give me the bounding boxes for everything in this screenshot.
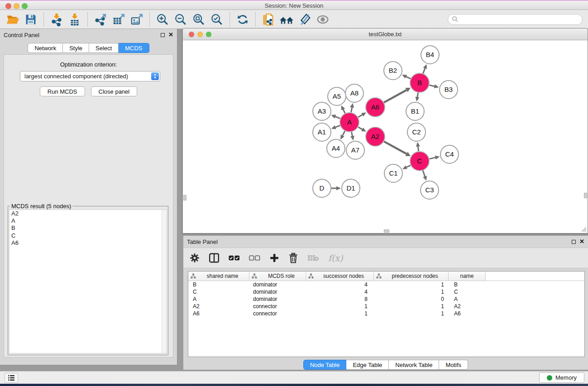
mcds-result-item[interactable]: A6 xyxy=(10,239,167,247)
zoom-fit-button[interactable] xyxy=(190,12,208,27)
column-header-successor-nodes[interactable]: successor nodes xyxy=(306,272,374,281)
table-settings-button[interactable] xyxy=(190,253,200,263)
graph-node-D1[interactable]: D1 xyxy=(342,179,360,197)
graph-node-A6[interactable]: A6 xyxy=(366,98,385,117)
node-table[interactable]: shared nameMCDS rolesuccessor nodesprede… xyxy=(188,271,585,357)
table-cell[interactable]: 4 xyxy=(306,289,374,295)
graph-edge-C-C1[interactable] xyxy=(402,165,411,169)
deselect-all-button[interactable] xyxy=(249,255,260,261)
search-input[interactable] xyxy=(459,16,582,23)
graph-node-C[interactable]: C xyxy=(410,152,429,171)
graph-node-A[interactable]: A xyxy=(340,113,359,132)
graph-node-C3[interactable]: C3 xyxy=(421,181,439,199)
criterion-dropdown[interactable]: largest connected component (directed) ▲… xyxy=(20,71,160,81)
export-table-button[interactable] xyxy=(110,12,128,27)
mcds-result-list[interactable]: A2ABCA6 xyxy=(9,210,167,353)
column-header-predecessor-nodes[interactable]: predecessor nodes xyxy=(374,272,449,281)
open-session-button[interactable] xyxy=(4,12,22,27)
table-cell[interactable]: dominator xyxy=(249,281,306,288)
task-history-button[interactable] xyxy=(5,373,18,383)
table-cell[interactable]: B xyxy=(188,281,249,288)
table-cell[interactable]: A2 xyxy=(449,303,486,310)
table-cell[interactable]: dominator xyxy=(249,296,306,302)
column-header-name[interactable]: name xyxy=(449,272,486,281)
refresh-button[interactable] xyxy=(234,12,252,27)
table-cell[interactable]: 1 xyxy=(374,281,449,288)
table-cell[interactable]: A xyxy=(188,296,249,302)
show-graphics-details-button[interactable] xyxy=(314,12,332,27)
add-column-button[interactable] xyxy=(269,253,279,263)
graph-node-A7[interactable]: A7 xyxy=(346,141,364,159)
hide-graphics-details-button[interactable] xyxy=(296,12,314,27)
tab-motifs[interactable]: Motifs xyxy=(439,360,468,370)
import-table-button[interactable] xyxy=(66,12,84,27)
zoom-in-button[interactable] xyxy=(153,12,172,27)
graph-edge-B-B2[interactable] xyxy=(402,75,411,79)
table-cell[interactable]: 1 xyxy=(306,303,374,310)
table-cell[interactable]: A xyxy=(449,296,486,302)
graph-node-C4[interactable]: C4 xyxy=(440,145,459,163)
search-box[interactable] xyxy=(448,14,583,25)
graph-edge-C-C4[interactable] xyxy=(429,156,440,160)
save-session-button[interactable] xyxy=(22,12,40,27)
bottom-scroll-nub[interactable] xyxy=(384,229,389,233)
table-cell[interactable]: A6 xyxy=(188,310,249,317)
network-window-titlebar[interactable]: testGlobe.txt xyxy=(183,29,588,40)
graph-node-C1[interactable]: C1 xyxy=(384,164,402,182)
graph-node-A1[interactable]: A1 xyxy=(313,123,331,141)
memory-button[interactable]: Memory xyxy=(539,372,584,383)
run-mcds-button[interactable]: Run MCDS xyxy=(40,86,85,96)
zoom-selected-button[interactable] xyxy=(208,12,226,27)
table-cell[interactable]: C xyxy=(188,289,249,295)
close-panel-button[interactable]: Close panel xyxy=(91,86,138,96)
graph-node-A2[interactable]: A2 xyxy=(366,127,385,146)
graph-node-B4[interactable]: B4 xyxy=(421,46,439,64)
graph-node-B2[interactable]: B2 xyxy=(384,62,402,80)
graph-node-D[interactable]: D xyxy=(313,179,331,197)
graph-node-A5[interactable]: A5 xyxy=(328,87,346,105)
graph-edge-B-B1[interactable] xyxy=(416,93,420,102)
close-panel-icon[interactable]: ✕ xyxy=(168,33,173,37)
right-scroll-nub[interactable] xyxy=(584,193,587,198)
column-header-shared-name[interactable]: shared name xyxy=(188,272,249,281)
close-table-panel-icon[interactable]: ✕ xyxy=(579,239,584,244)
table-cell[interactable]: 0 xyxy=(374,296,449,302)
tab-select[interactable]: Select xyxy=(89,43,119,53)
mcds-result-item[interactable]: B xyxy=(10,224,167,232)
network-canvas[interactable]: B4B2BB3A8A5A6A3B1AA1C2A2A4A7C4CC1DD1C3 xyxy=(183,40,587,233)
graph-node-B1[interactable]: B1 xyxy=(406,102,424,120)
table-row[interactable]: A2connector11A2 xyxy=(188,303,584,310)
graph-edge-A2-C[interactable] xyxy=(384,142,411,156)
graph-node-A3[interactable]: A3 xyxy=(313,102,331,120)
tab-network[interactable]: Network xyxy=(28,43,63,53)
zoom-out-button[interactable] xyxy=(172,12,190,27)
column-header-MCDS-role[interactable]: MCDS role xyxy=(249,272,306,281)
graph-edge-A-A4[interactable] xyxy=(340,131,345,140)
graph-edge-B-B3[interactable] xyxy=(429,84,439,88)
graph-edge-A-A6[interactable] xyxy=(358,113,366,117)
export-network-button[interactable] xyxy=(91,12,110,27)
table-row[interactable]: Adominator80A xyxy=(188,295,584,303)
graph-edge-A-A2[interactable] xyxy=(358,127,366,132)
table-cell[interactable]: B xyxy=(449,281,486,288)
graph-node-B3[interactable]: B3 xyxy=(440,81,458,99)
graph-edge-A6-B[interactable] xyxy=(384,88,411,102)
graph-edge-C-C2[interactable] xyxy=(416,142,420,151)
float-panel-icon[interactable] xyxy=(161,33,165,37)
table-cell[interactable]: dominator xyxy=(249,289,306,295)
table-row[interactable]: Cdominator41C xyxy=(188,288,584,295)
table-cell[interactable]: 8 xyxy=(306,296,374,302)
export-image-button[interactable] xyxy=(128,12,146,27)
table-cell[interactable]: 1 xyxy=(374,310,449,317)
graph-edge-A-A3[interactable] xyxy=(331,115,340,119)
tab-mcds[interactable]: MCDS xyxy=(119,43,149,53)
resize-grip[interactable] xyxy=(579,225,587,232)
table-row[interactable]: Bdominator41B xyxy=(188,281,584,288)
tab-edge-table[interactable]: Edge Table xyxy=(346,360,389,370)
import-network-button[interactable] xyxy=(48,12,66,27)
table-cell[interactable]: 1 xyxy=(306,310,374,317)
left-scroll-nub[interactable] xyxy=(183,195,186,200)
graph-edge-C-C3[interactable] xyxy=(423,171,427,181)
float-table-panel-icon[interactable] xyxy=(572,240,576,244)
graph-node-A4[interactable]: A4 xyxy=(327,139,345,157)
